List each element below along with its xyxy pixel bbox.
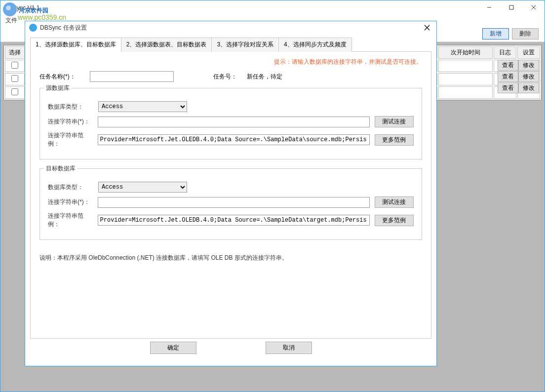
task-settings-dialog: DBSync 任务设置 1、选择源数据库、目标数据库 2、选择源数据表、目标数据… [25,21,437,366]
menu-file[interactable]: 文件 [5,17,17,24]
tab-select-table[interactable]: 2、选择源数据表、目标数据表 [121,38,212,52]
delete-button[interactable]: 删除 [512,28,539,39]
dialog-title: DBSync 任务设置 [40,24,422,32]
dialog-titlebar: DBSync 任务设置 [25,21,436,34]
view-button[interactable]: 查看 [498,71,518,82]
target-test-button[interactable]: 测试连接 [375,196,414,208]
col-settings: 设置 [517,46,540,59]
tab-sync-mode[interactable]: 4、选择同步方式及频度 [278,38,352,52]
dialog-close-button[interactable] [422,22,432,33]
svg-rect-1 [509,5,513,9]
main-titlebar: DBSync V1.1 [0,0,545,15]
target-db-group: 目标数据库 数据库类型： Access 连接字符串(*)： 测试连接 连接字符串… [39,168,422,240]
main-window-title: DBSync V1.1 [4,4,39,11]
target-sample-label: 连接字符串范例： [48,212,93,229]
taskno-value: 新任务，待定 [247,73,282,81]
row-checkbox[interactable] [11,75,18,82]
source-conn-input[interactable] [98,117,370,127]
app-icon [29,24,37,32]
tab-strip: 1、选择源数据库、目标数据库 2、选择源数据表、目标数据表 3、选择字段对应关系… [30,37,431,52]
target-dbtype-label: 数据库类型： [48,183,93,192]
target-sample-input[interactable] [98,215,370,226]
taskname-label: 任务名称(*)： [39,73,85,81]
col-select: 选择 [5,46,25,59]
source-sample-label: 连接字符串范例： [48,131,93,148]
target-dbtype-select[interactable]: Access [98,182,187,193]
target-conn-input[interactable] [98,197,370,208]
source-group-title: 源数据库 [44,84,72,92]
taskno-label: 任务号： [213,73,237,81]
col-nextstart: 次开始时间 [438,46,493,59]
add-button[interactable]: 新增 [482,28,509,39]
target-group-title: 目标数据库 [44,164,78,173]
cancel-button[interactable]: 取消 [266,342,312,354]
tab-select-db[interactable]: 1、选择源数据库、目标数据库 [30,38,121,52]
dialog-footer: 确定 取消 [30,339,431,361]
modify-button[interactable]: 修改 [518,82,539,93]
modify-button[interactable]: 修改 [518,60,539,71]
source-sample-input[interactable] [98,134,370,145]
source-test-button[interactable]: 测试连接 [375,116,414,127]
source-db-group: 源数据库 数据库类型： Access 连接字符串(*)： 测试连接 连接字符串范… [39,88,422,159]
view-button[interactable]: 查看 [498,82,518,93]
modify-button[interactable]: 修改 [518,71,539,82]
footer-note: 说明：本程序采用 OleDbConnection (.NET) 连接数据库，请填… [39,249,422,265]
source-dbtype-select[interactable]: Access [98,101,187,112]
minimize-button[interactable] [478,0,500,14]
source-conn-label: 连接字符串(*)： [48,118,93,126]
tab-page: 提示：请输入数据库的连接字符串，并测试是否可连接。 任务名称(*)： 任务号： … [30,52,431,339]
target-conn-label: 连接字符串(*)： [48,198,93,206]
ok-button[interactable]: 确定 [150,342,196,354]
col-log: 日志 [494,46,516,59]
target-more-button[interactable]: 更多范例 [375,215,414,226]
taskname-input[interactable] [90,71,174,82]
hint-text: 提示：请输入数据库的连接字符串，并测试是否可连接。 [39,58,422,66]
source-more-button[interactable]: 更多范例 [375,134,414,146]
view-button[interactable]: 查看 [498,60,518,71]
row-checkbox[interactable] [11,62,18,69]
tab-select-fields[interactable]: 3、选择字段对应关系 [211,38,279,52]
row-action-buttons: 查看修改 查看修改 查看修改 [498,60,539,93]
maximize-button[interactable] [500,0,522,14]
row-checkbox[interactable] [11,88,18,95]
source-dbtype-label: 数据库类型： [48,103,93,111]
close-button[interactable] [522,0,545,14]
